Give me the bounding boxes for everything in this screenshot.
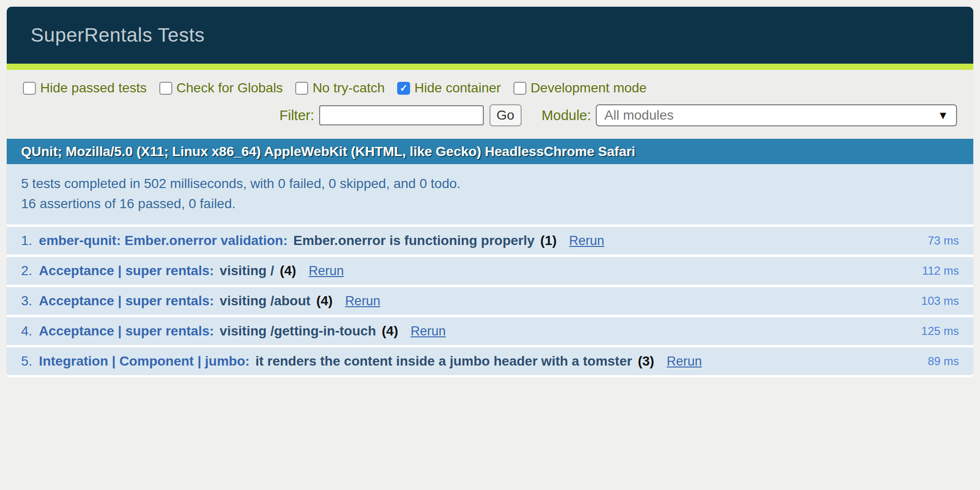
test-name[interactable]: it renders the content inside a jumbo he…: [256, 354, 632, 369]
filter-row: Filter: Go Module: All modules ▼: [23, 104, 957, 126]
dropdown-arrow-icon: ▼: [937, 109, 948, 122]
pass-status-banner: [7, 64, 973, 70]
test-number: 3.: [21, 293, 32, 309]
user-agent-text: QUnit; Mozilla/5.0 (X11; Linux x86_64) A…: [21, 144, 635, 159]
filter-input[interactable]: [319, 105, 484, 125]
checkbox[interactable]: [159, 82, 172, 95]
test-row[interactable]: 3. Acceptance | super rentals: visiting …: [7, 287, 973, 317]
assertion-count: (1): [540, 233, 557, 248]
test-runtime: 89 ms: [928, 355, 959, 368]
test-number: 1.: [21, 233, 32, 248]
module-label: Module:: [542, 108, 591, 123]
test-number: 4.: [21, 323, 32, 339]
test-row[interactable]: 1. ember-qunit: Ember.onerror validation…: [7, 227, 973, 257]
go-button[interactable]: Go: [490, 104, 522, 126]
module-select-value: All modules: [604, 108, 674, 123]
toolbar-checkbox-item[interactable]: Development mode: [513, 80, 647, 96]
checkbox-label: Check for Globals: [177, 80, 283, 96]
test-module-name: ember-qunit: Ember.onerror validation:: [39, 233, 288, 248]
toolbar-checkbox-item[interactable]: Check for Globals: [159, 80, 283, 96]
checkbox-row: Hide passed tests Check for Globals No t…: [23, 80, 957, 96]
rerun-link[interactable]: Rerun: [569, 234, 604, 248]
checkbox-label: Hide passed tests: [40, 80, 147, 96]
toolbar-checkbox-item[interactable]: ✓ Hide container: [397, 80, 501, 96]
test-runtime: 103 ms: [921, 294, 959, 308]
checkbox[interactable]: [23, 82, 36, 95]
summary-line-1: 5 tests completed in 502 milliseconds, w…: [21, 174, 959, 194]
assertion-count: (4): [280, 263, 296, 278]
test-row[interactable]: 5. Integration | Component | jumbo: it r…: [7, 347, 973, 378]
checkbox-label: No try-catch: [312, 80, 385, 96]
rerun-link[interactable]: Rerun: [309, 264, 344, 278]
rerun-link[interactable]: Rerun: [667, 354, 702, 369]
assertion-count: (3): [638, 354, 654, 369]
user-agent-banner: QUnit; Mozilla/5.0 (X11; Linux x86_64) A…: [7, 139, 973, 164]
header: SuperRentals Tests: [7, 7, 973, 64]
test-name[interactable]: visiting /about: [220, 293, 311, 309]
filter-label: Filter:: [279, 108, 314, 123]
test-row[interactable]: 4. Acceptance | super rentals: visiting …: [7, 317, 973, 347]
test-number: 5.: [21, 354, 32, 369]
testrunner-toolbar: Hide passed tests Check for Globals No t…: [7, 70, 973, 139]
test-list: 1. ember-qunit: Ember.onerror validation…: [7, 227, 973, 378]
checkbox[interactable]: [295, 82, 308, 95]
checkbox-label: Development mode: [531, 80, 647, 96]
summary-line-2: 16 assertions of 16 passed, 0 failed.: [21, 194, 959, 214]
test-runtime: 112 ms: [922, 264, 959, 278]
assertion-count: (4): [382, 323, 398, 339]
test-name[interactable]: Ember.onerror is functioning properly: [293, 233, 535, 248]
module-select[interactable]: All modules ▼: [596, 104, 957, 126]
test-name[interactable]: visiting /: [220, 263, 274, 278]
page-title: SuperRentals Tests: [31, 24, 205, 46]
test-module-name: Acceptance | super rentals:: [39, 293, 214, 309]
checkbox[interactable]: [513, 82, 526, 95]
rerun-link[interactable]: Rerun: [345, 294, 380, 309]
rerun-link[interactable]: Rerun: [411, 324, 446, 339]
toolbar-checkbox-item[interactable]: No try-catch: [295, 80, 385, 96]
test-runtime: 73 ms: [928, 234, 959, 247]
checkbox[interactable]: ✓: [397, 82, 410, 95]
checkbox-label: Hide container: [414, 80, 501, 96]
qunit-container: SuperRentals Tests Hide passed tests Che…: [7, 7, 973, 378]
assertion-count: (4): [316, 293, 333, 309]
test-name[interactable]: visiting /getting-in-touch: [220, 323, 376, 339]
test-module-name: Integration | Component | jumbo:: [39, 354, 249, 369]
toolbar-checkbox-item[interactable]: Hide passed tests: [23, 80, 147, 96]
test-module-name: Acceptance | super rentals:: [39, 323, 214, 339]
test-summary: 5 tests completed in 502 milliseconds, w…: [7, 164, 973, 227]
test-runtime: 125 ms: [921, 324, 959, 338]
test-module-name: Acceptance | super rentals:: [39, 263, 214, 278]
test-row[interactable]: 2. Acceptance | super rentals: visiting …: [7, 257, 973, 287]
test-number: 2.: [21, 263, 32, 278]
